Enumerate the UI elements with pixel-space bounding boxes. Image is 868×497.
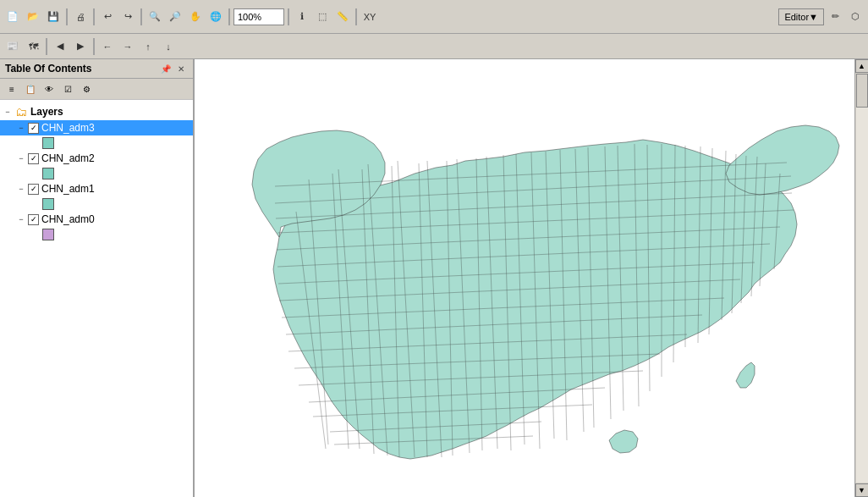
edit-vertices-button[interactable]: ⬡: [846, 8, 865, 26]
toc-header-buttons: 📌 ✕: [159, 62, 188, 75]
chn-adm3-expand-btn[interactable]: −: [17, 124, 25, 132]
zoom-prev-button[interactable]: ◀: [51, 37, 69, 56]
chn-adm3-swatch-row: [0, 135, 193, 151]
pan-left-button[interactable]: ←: [98, 37, 117, 56]
data-view-button[interactable]: 🗺: [24, 37, 42, 56]
main-content: Table Of Contents 📌 ✕ ≡ 📋 👁 ☑ ⚙ − 🗂 Lay: [0, 59, 868, 497]
pan-right-button[interactable]: →: [118, 37, 137, 56]
separator-3: [140, 8, 142, 25]
chn-adm1-label: CHN_adm1: [41, 183, 95, 195]
separator-8: [93, 38, 95, 55]
select-button[interactable]: ⬚: [313, 8, 332, 26]
zoom-out-button[interactable]: 🔎: [166, 8, 184, 26]
undo-button[interactable]: ↩: [98, 8, 117, 26]
toc-vis-view-button[interactable]: 👁: [41, 80, 58, 97]
toc-close-button[interactable]: ✕: [174, 62, 188, 75]
toc-title: Table Of Contents: [5, 63, 91, 75]
open-button[interactable]: 📂: [24, 8, 42, 26]
layers-label: Layers: [30, 106, 63, 118]
pan-up-button[interactable]: ↑: [139, 37, 157, 56]
separator-6: [355, 8, 357, 25]
identify-button[interactable]: ℹ: [293, 8, 311, 26]
edit-tool-button[interactable]: ✏: [826, 8, 844, 26]
right-scrollbar: ▲ ▼: [854, 59, 868, 497]
pan-button[interactable]: ✋: [186, 8, 205, 26]
measure-button[interactable]: 📏: [333, 8, 352, 26]
map-area[interactable]: ▲ ▼: [195, 59, 868, 497]
layer-item-chn-adm2[interactable]: − CHN_adm2: [0, 151, 193, 166]
chn-adm2-checkbox[interactable]: [28, 153, 39, 164]
chn-adm0-label: CHN_adm0: [41, 213, 95, 225]
scroll-up-button[interactable]: ▲: [855, 59, 869, 73]
scrollbar-thumb[interactable]: [856, 74, 868, 108]
pan-down-button[interactable]: ↓: [159, 37, 178, 56]
toc-toolbar: ≡ 📋 👁 ☑ ⚙: [0, 79, 193, 100]
zoom-in-button[interactable]: 🔍: [146, 8, 164, 26]
redo-button[interactable]: ↪: [118, 8, 137, 26]
chn-adm2-swatch[interactable]: [42, 168, 54, 179]
separator-4: [228, 8, 230, 25]
chn-adm0-swatch[interactable]: [42, 229, 54, 240]
chn-adm2-expand-btn[interactable]: −: [17, 154, 25, 163]
chn-adm3-checkbox[interactable]: [28, 123, 39, 134]
chn-adm1-swatch[interactable]: [42, 198, 54, 210]
save-button[interactable]: 💾: [44, 8, 63, 26]
new-button[interactable]: 📄: [3, 8, 22, 26]
toc-content: − 🗂 Layers − CHN_adm3: [0, 100, 193, 497]
toc-header: Table Of Contents 📌 ✕: [0, 59, 193, 79]
chn-adm3-label: CHN_adm3: [41, 122, 95, 134]
toolbar-2: 📰 🗺 ◀ ▶ ← → ↑ ↓: [0, 34, 868, 59]
layer-item-chn-adm0[interactable]: − CHN_adm0: [0, 212, 193, 227]
layers-expand-btn[interactable]: −: [3, 108, 12, 116]
separator-2: [93, 8, 95, 25]
xy-coords[interactable]: XY: [360, 8, 379, 26]
toc-list-view-button[interactable]: ≡: [3, 80, 20, 97]
print-button[interactable]: 🖨: [71, 8, 90, 26]
chn-adm0-swatch-row: [0, 227, 193, 242]
layers-group: − 🗂 Layers − CHN_adm3: [0, 103, 193, 242]
zoom-value-box[interactable]: 100%: [233, 8, 284, 25]
chn-adm2-label: CHN_adm2: [41, 152, 95, 164]
chn-adm2-swatch-row: [0, 166, 193, 181]
toc-panel: Table Of Contents 📌 ✕ ≡ 📋 👁 ☑ ⚙ − 🗂 Lay: [0, 59, 195, 497]
toc-pin-button[interactable]: 📌: [159, 62, 173, 75]
layers-folder-icon: 🗂: [14, 105, 28, 119]
chn-adm1-swatch-row: [0, 196, 193, 212]
toc-selection-view-button[interactable]: ☑: [59, 80, 76, 97]
toc-source-view-button[interactable]: 📋: [22, 80, 39, 97]
zoom-value: 100%: [238, 12, 261, 22]
scrollbar-track: [856, 74, 868, 483]
chn-adm1-checkbox[interactable]: [28, 184, 39, 195]
chn-adm3-swatch[interactable]: [42, 137, 54, 149]
scroll-down-button[interactable]: ▼: [855, 483, 869, 497]
layer-item-chn-adm1[interactable]: − CHN_adm1: [0, 181, 193, 196]
full-extent-button[interactable]: 🌐: [206, 8, 225, 26]
china-map-svg: [212, 85, 846, 497]
toc-options-button[interactable]: ⚙: [78, 80, 95, 97]
separator-5: [288, 8, 289, 25]
zoom-next-button[interactable]: ▶: [71, 37, 90, 56]
layers-group-header[interactable]: − 🗂 Layers: [0, 103, 193, 120]
separator-7: [46, 38, 47, 55]
chn-adm1-expand-btn[interactable]: −: [17, 185, 25, 193]
chn-adm0-checkbox[interactable]: [28, 214, 39, 225]
layer-item-chn-adm3[interactable]: − CHN_adm3: [0, 120, 193, 135]
chn-adm0-expand-btn[interactable]: −: [17, 215, 25, 224]
separator-1: [66, 8, 68, 25]
layout-view-button[interactable]: 📰: [3, 37, 22, 56]
toolbar-1: 📄 📂 💾 🖨 ↩ ↪ 🔍 🔎 ✋ 🌐 100% ℹ ⬚ 📏 XY Editor…: [0, 0, 868, 34]
editor-dropdown-button[interactable]: Editor▼: [778, 8, 824, 25]
